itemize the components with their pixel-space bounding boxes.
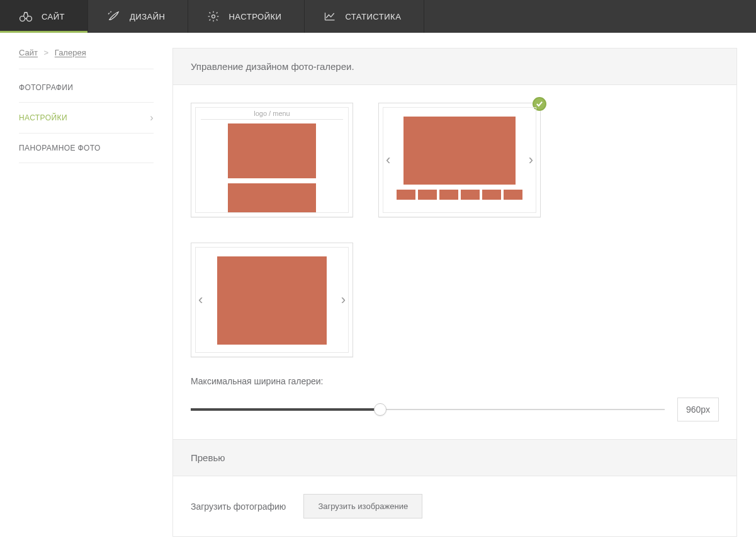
breadcrumb-sep: > — [44, 48, 49, 57]
sidemenu-photos[interactable]: ФОТОГРАФИИ — [19, 73, 154, 103]
brush-icon — [107, 11, 121, 22]
sidemenu-item-label: НАСТРОЙКИ — [19, 113, 67, 122]
max-width-slider[interactable] — [191, 403, 665, 416]
nav-site-label: САЙТ — [42, 12, 65, 21]
svg-point-0 — [20, 16, 25, 21]
layout-option-slider[interactable]: ‹ › — [191, 243, 353, 357]
nav-settings-label: НАСТРОЙКИ — [228, 12, 281, 21]
preview-title: Превью — [173, 439, 736, 476]
nav-stats[interactable]: СТАТИСТИКА — [305, 0, 424, 33]
breadcrumb: Сайт > Галерея — [19, 48, 154, 69]
sidemenu-settings[interactable]: НАСТРОЙКИ › — [19, 103, 154, 134]
binoculars-icon — [19, 11, 33, 22]
upload-button[interactable]: Загрузить изображение — [303, 494, 422, 518]
top-nav: САЙТ ДИЗАЙН НАСТРОЙКИ СТАТИСТИКА — [0, 0, 756, 33]
chevron-right-icon: › — [341, 293, 346, 307]
nav-stats-label: СТАТИСТИКА — [345, 12, 401, 21]
sidemenu-panorama[interactable]: ПАНОРАМНОЕ ФОТО — [19, 134, 154, 163]
slider-handle[interactable] — [374, 403, 386, 416]
side-menu: ФОТОГРАФИИ НАСТРОЙКИ › ПАНОРАМНОЕ ФОТО — [19, 73, 154, 163]
gear-icon — [207, 10, 220, 23]
slider-label: Максимальная ширина галереи: — [191, 376, 719, 386]
svg-point-1 — [26, 16, 31, 21]
panel-title: Управление дизайном фото-галереи. — [173, 49, 736, 85]
breadcrumb-current[interactable]: Галерея — [55, 48, 86, 57]
nav-design-label: ДИЗАЙН — [130, 12, 165, 21]
chevron-right-icon: › — [150, 113, 154, 123]
chevron-left-icon: ‹ — [386, 153, 390, 167]
nav-design[interactable]: ДИЗАЙН — [88, 0, 188, 33]
nav-site[interactable]: САЙТ — [0, 0, 88, 33]
breadcrumb-root[interactable]: Сайт — [19, 48, 38, 57]
sidemenu-item-label: ПАНОРАМНОЕ ФОТО — [19, 144, 101, 152]
chevron-right-icon: › — [529, 153, 533, 167]
gallery-design-panel: Управление дизайном фото-галереи. logo /… — [172, 48, 737, 537]
layout-block — [228, 123, 316, 178]
chevron-left-icon: ‹ — [198, 293, 203, 307]
sidemenu-item-label: ФОТОГРАФИИ — [19, 83, 73, 92]
layout-block — [403, 117, 516, 185]
layout-option-list[interactable]: logo / menu — [191, 103, 353, 217]
slider-fill — [191, 408, 380, 411]
layout-block — [217, 256, 327, 345]
layout-options: logo / menu ‹ — [191, 103, 719, 357]
layout-option-slider-thumbs[interactable]: ‹ › — [378, 103, 541, 217]
nav-settings[interactable]: НАСТРОЙКИ — [188, 0, 305, 33]
chart-icon — [324, 11, 336, 22]
layout-thumbs — [383, 190, 536, 200]
layout-card-caption: logo / menu — [201, 108, 343, 120]
slider-value: 960px — [677, 398, 719, 421]
svg-point-2 — [212, 15, 215, 18]
layout-block — [228, 183, 316, 213]
upload-label: Загрузить фотографию — [191, 501, 286, 512]
